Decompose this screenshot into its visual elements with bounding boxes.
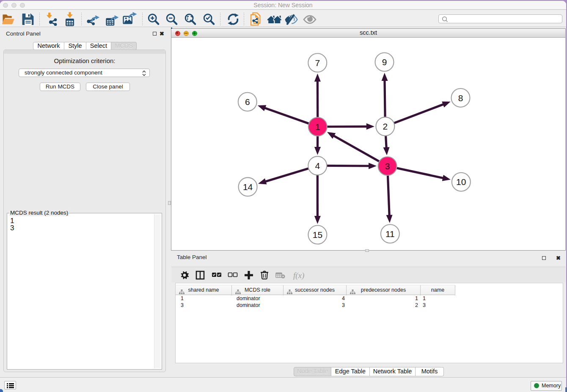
svg-text:9: 9 (382, 57, 387, 67)
svg-text:10: 10 (456, 177, 466, 187)
svg-text:8: 8 (458, 93, 463, 103)
svg-text:2: 2 (383, 121, 388, 131)
svg-text:14: 14 (243, 182, 253, 192)
svg-text:15: 15 (313, 230, 322, 240)
svg-text:3: 3 (385, 161, 390, 171)
svg-text:4: 4 (315, 161, 320, 171)
svg-text:6: 6 (245, 97, 250, 107)
svg-text:f(x): f(x) (293, 271, 304, 280)
svg-text:11: 11 (385, 229, 395, 239)
svg-text:1: 1 (315, 122, 320, 132)
svg-text:7: 7 (315, 58, 320, 68)
